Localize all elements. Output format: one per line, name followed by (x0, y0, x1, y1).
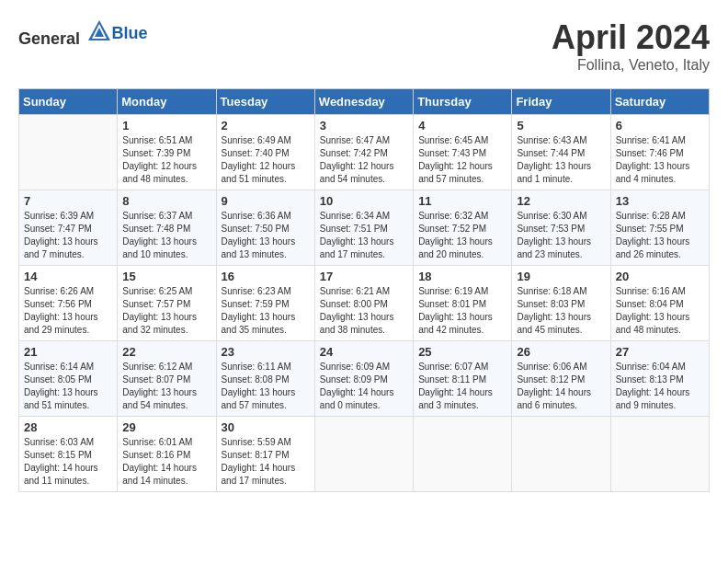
calendar-table: SundayMondayTuesdayWednesdayThursdayFrid… (18, 88, 710, 492)
calendar-week-row: 1Sunrise: 6:51 AMSunset: 7:39 PMDaylight… (19, 115, 710, 190)
day-info: Sunrise: 5:59 AMSunset: 8:17 PMDaylight:… (222, 436, 310, 488)
title-area: April 2024 Follina, Veneto, Italy (552, 18, 710, 74)
calendar-cell: 4Sunrise: 6:45 AMSunset: 7:43 PMDaylight… (414, 115, 512, 190)
column-header-wednesday: Wednesday (314, 89, 413, 115)
day-number: 19 (517, 270, 605, 283)
calendar-cell (19, 115, 118, 190)
day-info: Sunrise: 6:04 AMSunset: 8:13 PMDaylight:… (616, 361, 704, 412)
day-number: 21 (24, 345, 112, 359)
day-info: Sunrise: 6:47 AMSunset: 7:42 PMDaylight:… (320, 134, 408, 186)
day-number: 28 (24, 420, 112, 434)
page-subtitle: Follina, Veneto, Italy (552, 57, 710, 74)
calendar-cell: 9Sunrise: 6:36 AMSunset: 7:50 PMDaylight… (216, 190, 314, 266)
day-info: Sunrise: 6:16 AMSunset: 8:04 PMDaylight:… (616, 285, 704, 337)
page-header: General Blue April 2024 Follina, Veneto,… (18, 18, 710, 74)
calendar-cell: 14Sunrise: 6:26 AMSunset: 7:56 PMDayligh… (19, 266, 118, 341)
calendar-cell: 15Sunrise: 6:25 AMSunset: 7:57 PMDayligh… (118, 266, 216, 341)
day-number: 23 (222, 345, 310, 359)
day-info: Sunrise: 6:03 AMSunset: 8:15 PMDaylight:… (24, 436, 112, 488)
calendar-cell: 29Sunrise: 6:01 AMSunset: 8:16 PMDayligh… (118, 417, 216, 492)
column-header-thursday: Thursday (414, 89, 512, 115)
day-number: 15 (122, 270, 210, 283)
day-info: Sunrise: 6:51 AMSunset: 7:39 PMDaylight:… (122, 134, 210, 186)
day-info: Sunrise: 6:09 AMSunset: 8:09 PMDaylight:… (320, 361, 408, 412)
day-info: Sunrise: 6:41 AMSunset: 7:46 PMDaylight:… (616, 134, 704, 186)
day-number: 9 (222, 194, 310, 208)
day-number: 29 (122, 420, 210, 434)
day-info: Sunrise: 6:30 AMSunset: 7:53 PMDaylight:… (517, 210, 605, 261)
day-number: 24 (320, 345, 408, 359)
calendar-cell: 24Sunrise: 6:09 AMSunset: 8:09 PMDayligh… (314, 341, 413, 417)
day-number: 1 (122, 119, 210, 132)
calendar-cell: 26Sunrise: 6:06 AMSunset: 8:12 PMDayligh… (512, 341, 610, 417)
calendar-cell: 10Sunrise: 6:34 AMSunset: 7:51 PMDayligh… (314, 190, 413, 266)
day-number: 12 (517, 194, 605, 208)
day-info: Sunrise: 6:01 AMSunset: 8:16 PMDaylight:… (122, 436, 210, 488)
calendar-cell: 8Sunrise: 6:37 AMSunset: 7:48 PMDaylight… (118, 190, 216, 266)
day-number: 10 (320, 194, 408, 208)
day-info: Sunrise: 6:07 AMSunset: 8:11 PMDaylight:… (418, 361, 506, 412)
day-number: 26 (517, 345, 605, 359)
day-info: Sunrise: 6:25 AMSunset: 7:57 PMDaylight:… (122, 285, 210, 337)
day-info: Sunrise: 6:18 AMSunset: 8:03 PMDaylight:… (517, 285, 605, 337)
logo-icon (86, 18, 112, 44)
calendar-cell: 3Sunrise: 6:47 AMSunset: 7:42 PMDaylight… (314, 115, 413, 190)
calendar-week-row: 28Sunrise: 6:03 AMSunset: 8:15 PMDayligh… (19, 417, 710, 492)
day-info: Sunrise: 6:43 AMSunset: 7:44 PMDaylight:… (517, 134, 605, 186)
calendar-header-row: SundayMondayTuesdayWednesdayThursdayFrid… (19, 89, 710, 115)
calendar-cell: 22Sunrise: 6:12 AMSunset: 8:07 PMDayligh… (118, 341, 216, 417)
calendar-cell: 17Sunrise: 6:21 AMSunset: 8:00 PMDayligh… (314, 266, 413, 341)
day-number: 22 (122, 345, 210, 359)
day-info: Sunrise: 6:37 AMSunset: 7:48 PMDaylight:… (122, 210, 210, 261)
day-number: 6 (616, 119, 704, 132)
column-header-saturday: Saturday (610, 89, 709, 115)
day-number: 17 (320, 270, 408, 283)
day-info: Sunrise: 6:39 AMSunset: 7:47 PMDaylight:… (24, 210, 112, 261)
calendar-cell: 21Sunrise: 6:14 AMSunset: 8:05 PMDayligh… (19, 341, 118, 417)
day-info: Sunrise: 6:12 AMSunset: 8:07 PMDaylight:… (122, 361, 210, 412)
calendar-cell: 27Sunrise: 6:04 AMSunset: 8:13 PMDayligh… (610, 341, 709, 417)
calendar-cell: 16Sunrise: 6:23 AMSunset: 7:59 PMDayligh… (216, 266, 314, 341)
calendar-cell: 20Sunrise: 6:16 AMSunset: 8:04 PMDayligh… (610, 266, 709, 341)
calendar-cell: 13Sunrise: 6:28 AMSunset: 7:55 PMDayligh… (610, 190, 709, 266)
calendar-cell: 23Sunrise: 6:11 AMSunset: 8:08 PMDayligh… (216, 341, 314, 417)
calendar-cell: 6Sunrise: 6:41 AMSunset: 7:46 PMDaylight… (610, 115, 709, 190)
day-info: Sunrise: 6:19 AMSunset: 8:01 PMDaylight:… (418, 285, 506, 337)
calendar-cell (414, 417, 512, 492)
column-header-sunday: Sunday (19, 89, 118, 115)
day-info: Sunrise: 6:28 AMSunset: 7:55 PMDaylight:… (616, 210, 704, 261)
calendar-cell: 11Sunrise: 6:32 AMSunset: 7:52 PMDayligh… (414, 190, 512, 266)
calendar-cell (314, 417, 413, 492)
calendar-cell (512, 417, 610, 492)
day-number: 13 (616, 194, 704, 208)
calendar-cell (610, 417, 709, 492)
day-number: 27 (616, 345, 704, 359)
day-number: 4 (418, 119, 506, 132)
day-info: Sunrise: 6:34 AMSunset: 7:51 PMDaylight:… (320, 210, 408, 261)
logo-blue: Blue (112, 24, 148, 42)
calendar-cell: 1Sunrise: 6:51 AMSunset: 7:39 PMDaylight… (118, 115, 216, 190)
calendar-cell: 30Sunrise: 5:59 AMSunset: 8:17 PMDayligh… (216, 417, 314, 492)
calendar-cell: 25Sunrise: 6:07 AMSunset: 8:11 PMDayligh… (414, 341, 512, 417)
day-number: 3 (320, 119, 408, 132)
day-number: 8 (122, 194, 210, 208)
day-number: 2 (222, 119, 310, 132)
day-number: 30 (222, 420, 310, 434)
day-number: 7 (24, 194, 112, 208)
calendar-cell: 12Sunrise: 6:30 AMSunset: 7:53 PMDayligh… (512, 190, 610, 266)
calendar-week-row: 21Sunrise: 6:14 AMSunset: 8:05 PMDayligh… (19, 341, 710, 417)
calendar-cell: 19Sunrise: 6:18 AMSunset: 8:03 PMDayligh… (512, 266, 610, 341)
page-title: April 2024 (552, 18, 710, 57)
calendar-cell: 7Sunrise: 6:39 AMSunset: 7:47 PMDaylight… (19, 190, 118, 266)
day-info: Sunrise: 6:06 AMSunset: 8:12 PMDaylight:… (517, 361, 605, 412)
day-info: Sunrise: 6:23 AMSunset: 7:59 PMDaylight:… (222, 285, 310, 337)
day-number: 5 (517, 119, 605, 132)
column-header-tuesday: Tuesday (216, 89, 314, 115)
day-number: 18 (418, 270, 506, 283)
calendar-cell: 2Sunrise: 6:49 AMSunset: 7:40 PMDaylight… (216, 115, 314, 190)
day-number: 11 (418, 194, 506, 208)
day-info: Sunrise: 6:36 AMSunset: 7:50 PMDaylight:… (222, 210, 310, 261)
day-info: Sunrise: 6:14 AMSunset: 8:05 PMDaylight:… (24, 361, 112, 412)
column-header-friday: Friday (512, 89, 610, 115)
calendar-cell: 5Sunrise: 6:43 AMSunset: 7:44 PMDaylight… (512, 115, 610, 190)
